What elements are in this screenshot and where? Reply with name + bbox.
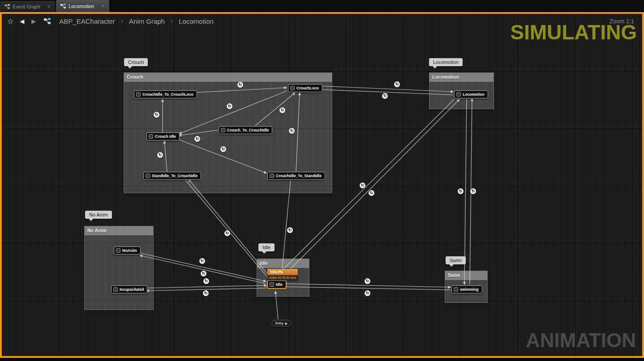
state-label: StandIdle_To_CrouchIdle [152, 174, 197, 178]
state-label: CrouchIdle_To_StandIdle [276, 174, 322, 178]
active-state-tooltip: 100.0%Active for 45.89 secs [267, 269, 298, 280]
transition-rule-icon[interactable]: ↻ [227, 103, 232, 109]
state-node-crouchloco[interactable]: CrouchLoco [288, 84, 322, 92]
state-icon [149, 134, 153, 139]
state-machine-icon [60, 4, 66, 9]
transition-rule-icon[interactable]: ↻ [194, 136, 200, 142]
state-node-crouchidle-to-crouchloco[interactable]: CrouchIdle_To_CrouchLoco [134, 90, 197, 98]
transition-rule-icon[interactable]: ↻ [458, 188, 464, 194]
transition-rule-icon[interactable]: ↻ [360, 183, 365, 188]
transition-rule-icon[interactable]: ↻ [287, 227, 293, 233]
transition-rule-icon[interactable]: ↻ [369, 190, 374, 196]
tab-bar: Event Graph ✕ Locomotion ✕ [0, 0, 644, 12]
tab-event-graph[interactable]: Event Graph ✕ [0, 1, 55, 12]
transition-rule-icon[interactable]: ↻ [203, 278, 209, 284]
state-icon [116, 248, 120, 253]
state-label: Crouch_To_CrouchIdle [227, 128, 269, 132]
transition-rule-icon[interactable]: ↻ [157, 152, 163, 158]
transition-rule-icon[interactable]: ↻ [470, 188, 476, 194]
tab-label: Event Graph [13, 4, 40, 9]
transition-rule-icon[interactable]: ↻ [289, 128, 295, 134]
transition-rule-icon[interactable]: ↻ [365, 290, 370, 296]
state-node-crouch-idle[interactable]: Crouch Idle [146, 132, 180, 140]
state-icon [136, 92, 141, 97]
state-icon [113, 287, 118, 292]
transition-rule-icon[interactable]: ↻ [365, 278, 370, 284]
state-label: NoAnim [122, 248, 137, 253]
state-node-crouchidle-to-standidle[interactable]: CrouchIdle_To_StandIdle [267, 172, 325, 180]
tab-locomotion[interactable]: Locomotion ✕ [56, 0, 109, 12]
close-icon[interactable]: ✕ [47, 4, 51, 9]
node-layer: CrouchIdle_To_CrouchLocoCrouchLocoCrouch… [0, 0, 644, 361]
transition-rule-icon[interactable]: ↻ [224, 230, 230, 236]
transition-rule-icon[interactable]: ↻ [154, 112, 159, 118]
state-node-crouch-to-crouchidle[interactable]: Crouch_To_CrouchIdle [219, 126, 272, 134]
tab-label: Locomotion [69, 4, 94, 9]
weight-percentage: 100.0% [267, 269, 298, 275]
event-graph-icon [4, 4, 10, 9]
state-label: Incapacitated [120, 287, 144, 292]
entry-label: Entry [275, 322, 283, 325]
transition-rule-icon[interactable]: ↻ [203, 290, 209, 296]
state-label: swimming [460, 287, 479, 292]
transition-rule-icon[interactable]: ↻ [220, 146, 226, 152]
state-node-swimming[interactable]: swimming [451, 285, 482, 293]
state-label: CrouchLoco [296, 86, 319, 90]
state-node-incapacitated[interactable]: Incapacitated [111, 285, 147, 293]
state-node-locomotion[interactable]: Locomotion [454, 90, 488, 98]
state-node-standidle-to-crouchidle[interactable]: StandIdle_To_CrouchIdle [143, 172, 201, 180]
entry-node[interactable]: Entry▶ [271, 320, 292, 327]
state-icon [270, 282, 274, 287]
state-label: Idle [276, 282, 283, 287]
state-icon [454, 287, 458, 292]
state-icon [290, 86, 295, 90]
state-icon [456, 92, 461, 97]
transition-rule-icon[interactable]: ↻ [382, 93, 388, 99]
state-icon [221, 128, 225, 132]
transition-rule-icon[interactable]: ↻ [237, 82, 243, 88]
state-label: Locomotion [463, 92, 485, 97]
state-node-idle[interactable]: Idle [267, 280, 286, 289]
state-label: Crouch Idle [155, 134, 176, 139]
animation-blueprint-editor: Event Graph ✕ Locomotion ✕ SIMULATING AN… [0, 0, 644, 361]
transition-rule-icon[interactable]: ↻ [279, 107, 285, 113]
play-icon: ▶ [285, 322, 288, 325]
active-duration: Active for 45.89 secs [267, 275, 298, 280]
state-label: CrouchIdle_To_CrouchLoco [142, 92, 193, 97]
transition-rule-icon[interactable]: ↻ [201, 271, 206, 276]
transition-rule-icon[interactable]: ↻ [394, 81, 400, 87]
close-icon[interactable]: ✕ [101, 4, 105, 8]
transition-rule-icon[interactable]: ↻ [199, 258, 205, 264]
state-node-noanim[interactable]: NoAnim [114, 246, 141, 255]
state-icon [270, 174, 274, 178]
state-icon [146, 174, 150, 178]
